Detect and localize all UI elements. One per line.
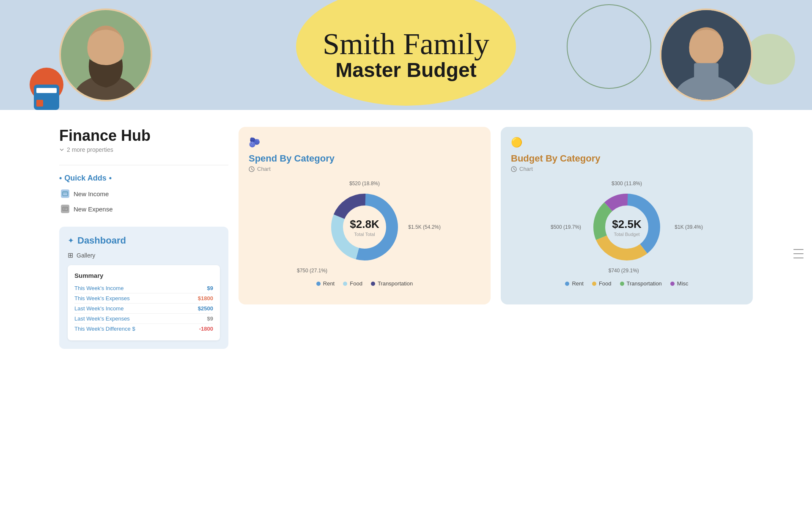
spend-legend-rent: Rent — [316, 280, 335, 287]
spend-legend-transport: Transportation — [371, 280, 413, 287]
calendar-icon — [34, 85, 59, 110]
new-income-item[interactable]: New Income — [59, 186, 228, 201]
svg-rect-10 — [63, 207, 68, 211]
new-expense-item[interactable]: New Expense — [59, 201, 228, 217]
svg-rect-7 — [694, 63, 719, 100]
summary-label-2[interactable]: Last Week's Income — [74, 305, 123, 312]
spend-label-rent: $1.5K (54.2%) — [408, 224, 441, 230]
budget-legend-label-rent: Rent — [572, 280, 583, 287]
dashboard-card-header: ✦ Dashboard — [68, 235, 220, 246]
summary-value-2: $2500 — [198, 305, 213, 312]
spend-legend-food: Food — [343, 280, 362, 287]
dot-left: • — [59, 174, 62, 183]
budget-legend-dot-food — [592, 282, 596, 286]
svg-point-23 — [606, 206, 648, 248]
budget-legend-misc: Misc — [670, 280, 689, 287]
spend-legend-dot-food — [343, 282, 347, 286]
spend-label-transport: $520 (18.8%) — [349, 181, 380, 186]
clock-icon-budget — [511, 166, 517, 172]
budget-label-transport: $500 (19.7%) — [551, 224, 581, 230]
spend-legend-label-food: Food — [350, 280, 362, 287]
quick-adds-label: Quick Adds — [64, 174, 106, 183]
summary-label-4[interactable]: This Week's Difference $ — [74, 326, 135, 332]
budget-donut-area: $300 (11.8%) $1K (39.4%) $740 (29.1%) $5… — [555, 181, 699, 274]
gallery-label: Gallery — [77, 252, 95, 259]
summary-title: Summary — [74, 272, 213, 279]
dot-right: • — [109, 174, 112, 183]
left-child-photo — [61, 10, 151, 100]
right-photo — [660, 8, 753, 101]
budget-legend-food: Food — [592, 280, 612, 287]
spend-chart-legend: Rent Food Transportation — [249, 280, 480, 287]
summary-value-0: $9 — [207, 285, 213, 291]
budget-legend-label-transport: Transportation — [627, 280, 662, 287]
budget-label-misc: $300 (11.8%) — [612, 181, 642, 186]
header-banner: Smith Family Master Budget — [0, 0, 812, 110]
chevron-down-icon — [59, 147, 64, 152]
summary-row-1: This Week's Expenses $1800 — [74, 293, 213, 304]
budget-donut-svg — [589, 189, 665, 265]
budget-legend-transport: Transportation — [620, 280, 662, 287]
summary-label-3[interactable]: Last Week's Expenses — [74, 315, 130, 322]
svg-point-17 — [343, 206, 386, 248]
gallery-grid-icon: ⊞ — [68, 251, 73, 259]
summary-value-4: -1800 — [199, 326, 213, 332]
quick-adds-header: • Quick Adds • — [59, 174, 228, 183]
scroll-line-1 — [793, 249, 804, 250]
budget-chart-legend: Rent Food Transportation Misc — [511, 280, 743, 287]
income-icon — [61, 189, 69, 198]
summary-row-2: Last Week's Income $2500 — [74, 304, 213, 314]
header-title-area: Smith Family Master Budget — [323, 29, 489, 82]
summary-value-1: $1800 — [198, 295, 213, 301]
spend-chart-subtitle: Chart — [249, 166, 480, 172]
budget-chart-subtitle: Chart — [511, 166, 743, 172]
svg-rect-8 — [63, 192, 68, 196]
more-properties-toggle[interactable]: 2 more properties — [59, 146, 228, 153]
summary-row-3: Last Week's Expenses $9 — [74, 314, 213, 324]
budget-chart-panel: 🟡 Budget By Category Chart $300 (11.8%) … — [501, 127, 753, 304]
spend-legend-dot-rent — [316, 282, 321, 286]
left-photo — [59, 8, 152, 101]
clock-icon-spend — [249, 166, 255, 172]
spend-chart-panel: 🫐 Spend By Category Chart $520 (18.8%) $… — [239, 127, 491, 304]
separator-1 — [59, 165, 228, 165]
deco-circle-green — [567, 4, 651, 89]
spend-legend-dot-transport — [371, 282, 375, 286]
right-child-photo — [661, 10, 751, 100]
budget-legend-dot-rent — [565, 282, 569, 286]
spend-legend-label-rent: Rent — [323, 280, 335, 287]
budget-legend-rent: Rent — [565, 280, 583, 287]
scroll-bar[interactable] — [793, 249, 804, 258]
dashboard-title: Dashboard — [77, 235, 126, 246]
budget-chart-title: Budget By Category — [511, 153, 743, 164]
budget-legend-dot-misc — [670, 282, 675, 286]
summary-box: Summary This Week's Income $9 This Week'… — [68, 265, 220, 340]
summary-row-0: This Week's Income $9 — [74, 283, 213, 293]
budget-label-rent: $1K (39.4%) — [675, 224, 703, 230]
budget-subtitle: Master Budget — [323, 59, 489, 82]
scroll-line-3 — [793, 258, 804, 258]
spend-donut-area: $520 (18.8%) $1.5K (54.2%) $750 (27.1%) … — [293, 181, 436, 274]
spend-legend-label-transport: Transportation — [378, 280, 413, 287]
gallery-row[interactable]: ⊞ Gallery — [68, 251, 220, 259]
calendar-icon-area — [34, 85, 59, 110]
new-income-label: New Income — [74, 190, 109, 197]
page-title-area: Finance Hub 2 more properties — [59, 127, 228, 156]
scroll-line-2 — [793, 253, 804, 254]
quick-adds-section: • Quick Adds • New Income — [59, 174, 228, 217]
spend-panel-emoji: 🫐 — [249, 137, 480, 148]
family-name: Smith Family — [323, 29, 489, 59]
budget-label-food: $740 (29.1%) — [609, 268, 639, 274]
summary-value-3: $9 — [207, 315, 213, 322]
new-expense-label: New Expense — [74, 206, 113, 213]
main-content: Finance Hub 2 more properties • Quick Ad… — [25, 110, 787, 366]
left-panel: Finance Hub 2 more properties • Quick Ad… — [59, 127, 228, 349]
summary-label-1[interactable]: This Week's Expenses — [74, 295, 130, 301]
spend-label-food: $750 (27.1%) — [297, 268, 327, 274]
spend-donut-svg — [326, 189, 403, 265]
more-properties-label: 2 more properties — [67, 146, 113, 153]
dashboard-card: ✦ Dashboard ⊞ Gallery Summary This Week'… — [59, 227, 228, 349]
summary-label-0[interactable]: This Week's Income — [74, 285, 123, 291]
budget-panel-emoji: 🟡 — [511, 137, 743, 148]
spend-chart-title: Spend By Category — [249, 153, 480, 164]
